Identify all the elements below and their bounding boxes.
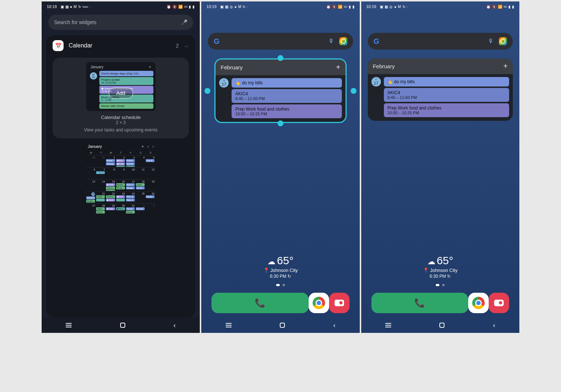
back-button[interactable]: ‹ (493, 322, 495, 329)
resize-handle-bottom[interactable] (278, 120, 283, 126)
calendar-cell: 31FamilyDinner (126, 203, 136, 215)
dot-icon: · (247, 5, 248, 9)
widget-month: February (373, 63, 395, 69)
search-widgets-input[interactable]: Search for widgets 🎤 (48, 15, 193, 30)
calendar-event[interactable]: Prep Work food and clothes10:00 – 10:25 … (232, 104, 341, 118)
calendar-cell: 31 (96, 155, 106, 167)
camera-app-icon[interactable] (329, 293, 350, 313)
calendar-event[interactable]: AKIC48:45 – 11:50 PM (384, 88, 509, 102)
chevron-right-icon: › (152, 144, 154, 149)
calendar-event[interactable]: Prep Work food and clothes10:00 – 10:25 … (384, 103, 509, 117)
google-search-bar[interactable]: G 🎙 (208, 33, 353, 50)
lens-icon[interactable] (339, 37, 347, 45)
mute-icon: 🔇 (172, 5, 177, 9)
weather-widget[interactable]: ☁65° 📍 Johnson City 6:30 PM ↻ (201, 254, 359, 279)
battery-icon: ▮ (512, 5, 514, 9)
plus-icon[interactable]: + (336, 63, 340, 72)
widget-schedule-card[interactable]: January + M 20 Zürich design days (Day 1… (53, 58, 189, 138)
gmail-icon: M (398, 5, 401, 9)
back-button[interactable]: ‹ (173, 322, 176, 329)
calendar-cell: 16MonthlVintag (116, 179, 126, 191)
calendar-cell: 3PresenDebriefTeam d (126, 155, 136, 167)
mute-icon: 🔇 (332, 5, 336, 9)
section-count: 2 (176, 43, 179, 49)
chrome-app-icon[interactable] (309, 293, 329, 313)
nav-bar: ‹ (201, 318, 359, 333)
search-placeholder: Search for widgets (54, 19, 96, 25)
notif-icon: ▦ (65, 5, 69, 9)
alert-icon: ● (394, 5, 396, 9)
preview-event: Project update10–10:30 AM (99, 77, 153, 85)
calendar-status-icon: ▣ (380, 5, 383, 9)
back-button[interactable]: ‹ (333, 322, 335, 329)
gmail-icon: M (238, 5, 241, 9)
widget-header[interactable]: February + (368, 58, 513, 74)
calendar-event[interactable]: 👆 do my bills (232, 78, 341, 88)
calendar-cell: 9 (116, 167, 126, 179)
widget-month: February (221, 64, 243, 70)
home-button[interactable] (120, 323, 125, 328)
instagram-icon: ◎ (389, 5, 393, 9)
recents-button[interactable] (226, 323, 232, 327)
home-button[interactable] (439, 323, 444, 328)
google-search-bar[interactable]: G 🎙 (368, 33, 513, 50)
mic-icon[interactable]: 🎤 (181, 19, 187, 25)
widget-section-header[interactable]: 📅 Calendar 2 ︿ (46, 35, 195, 55)
widget-header[interactable]: February + (215, 59, 345, 75)
calendar-cell: 30 (86, 155, 96, 167)
temperature: 65° (277, 254, 293, 266)
add-button[interactable]: Add (108, 88, 133, 99)
phone-app-icon[interactable]: 📞 (371, 293, 468, 313)
calendar-cell: 12 (146, 167, 155, 179)
gmail-icon: M (74, 5, 77, 9)
wifi-icon: 📶 (178, 5, 183, 9)
mic-icon[interactable]: 🎙 (328, 38, 334, 45)
cloud-icon: ☁ (427, 257, 435, 266)
calendar-status-icon: ▣ (61, 5, 64, 9)
calendar-cell: 27 (86, 203, 96, 215)
resize-handle-top[interactable] (278, 55, 283, 61)
schedule-preview: January + M 20 Zürich design days (Day 1… (86, 62, 156, 111)
nav-bar: ‹ (361, 318, 519, 333)
alert-icon: ● (70, 5, 72, 9)
recents-button[interactable] (66, 323, 72, 327)
preview-month: January (91, 65, 104, 69)
widget-month-card[interactable]: January + ‹ › MTWTFSS30311BreakfPicking2… (53, 141, 189, 224)
google-logo-icon: G (214, 37, 220, 46)
calendar-cell: 21Flight t… (96, 191, 106, 203)
home-button[interactable] (280, 323, 285, 328)
calendar-cell: 17Sync wDesign (126, 179, 136, 191)
alarm-icon: ⏰ (486, 5, 491, 9)
month-label: January (88, 144, 102, 149)
lens-icon[interactable] (499, 37, 507, 45)
network-icon: 4G (344, 5, 347, 8)
calendar-cell: 23◉ Out… (116, 191, 126, 203)
calendar-event[interactable]: 👆 do my bills (384, 77, 509, 87)
weather-widget[interactable]: ☁65° 📍 Johnson City 6:30 PM ↻ (361, 254, 519, 279)
weather-time: 6:30 PM ↻ (201, 274, 359, 279)
notif-icon: ▦ (385, 5, 388, 9)
resize-handle-left[interactable] (205, 88, 210, 94)
widget-name: Calendar schedule (57, 115, 184, 120)
widget-panel: 📅 Calendar 2 ︿ January + M 20 Zürich des… (46, 35, 195, 318)
alert-icon: ● (234, 5, 237, 9)
chrome-app-icon[interactable] (468, 293, 489, 313)
calendar-widget[interactable]: February + T 17 👆 do my billsAKIC48:45 –… (214, 58, 346, 123)
calendar-cell: 28Flight tDinner (96, 203, 106, 215)
mic-icon[interactable]: 🎙 (488, 38, 494, 45)
calendar-widget[interactable]: February + T 17 👆 do my billsAKIC48:45 –… (368, 58, 513, 121)
calendar-event[interactable]: AKIC48:45 – 11:50 PM (232, 89, 341, 103)
resize-handle-right[interactable] (351, 88, 356, 94)
recents-button[interactable] (385, 323, 391, 327)
plus-icon: + (149, 65, 151, 69)
dot-icon: · (89, 5, 91, 9)
calendar-cell: 1BreakfPicking (106, 155, 115, 167)
camera-app-icon[interactable] (489, 293, 509, 313)
calendar-cell: 13 (86, 179, 96, 191)
plus-icon[interactable]: + (503, 62, 508, 70)
phone-app-icon[interactable]: 📞 (211, 293, 308, 313)
calendar-cell: 15◉ PrepTom/LoMarket (106, 179, 115, 191)
preview-date-badge: M 20 (90, 72, 97, 80)
preview-event: Zürich design days (Day 1/2) (99, 71, 153, 76)
alarm-icon: ⏰ (326, 5, 331, 9)
